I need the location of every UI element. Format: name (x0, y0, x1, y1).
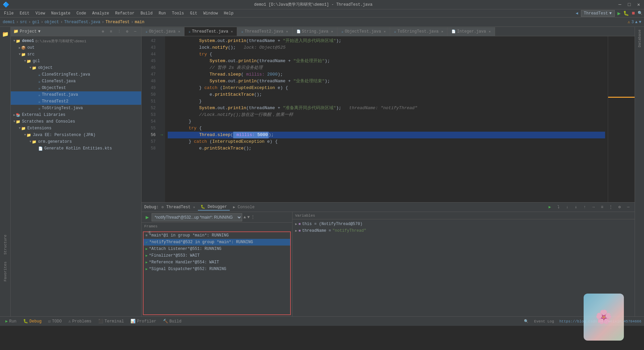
tab-objecttest-java[interactable]: ☕ ObjectTest.java ✕ (337, 27, 390, 36)
tree-item-jpa[interactable]: ▼ 📁 Java EE: Persistence (JPA) (11, 132, 141, 138)
tab-console[interactable]: ▶ Console (230, 204, 257, 210)
breadcrumb-src[interactable]: src (20, 20, 27, 25)
chevron-up-icon[interactable]: ▲ (635, 20, 638, 25)
back-icon[interactable]: ◀ (576, 11, 578, 16)
thread-main[interactable]: ≡ *main*@1 in group *main*: RUNNING (144, 232, 290, 239)
close-tab-icon[interactable]: ✕ (231, 30, 233, 34)
gear-icon[interactable]: ⚙ (124, 28, 130, 35)
force-step-into-btn[interactable]: ⇓ (572, 204, 580, 211)
breadcrumb-demo1[interactable]: demo1 (3, 20, 15, 25)
run-button[interactable]: ▶ Run (3, 318, 19, 324)
close-tab-icon[interactable]: ✕ (331, 30, 333, 34)
tab-string-java[interactable]: 📄 String.java ✕ (292, 27, 337, 36)
close-button[interactable]: ✕ (636, 2, 641, 7)
debug-run-config[interactable]: ThreadTest (166, 205, 191, 210)
thread-attach[interactable]: ▶ *Attach Listener*@551: RUNNING (144, 246, 290, 252)
tree-item-gcl[interactable]: ▼ 📁 gcl (11, 58, 141, 64)
evaluate-btn[interactable]: ≡ (598, 204, 606, 211)
tree-item-extensions[interactable]: ▼ 📁 Extensions (11, 125, 141, 132)
tab-threadtest2-java[interactable]: ☕ ThreadTest2.java ✕ (237, 27, 292, 36)
dropdown-icon[interactable]: ▼ (38, 29, 40, 34)
step-into-btn[interactable]: ↓ (564, 204, 571, 211)
tree-item-tostring-test[interactable]: ☕ ToStringTest.java (11, 105, 141, 112)
close-tab-icon[interactable]: ✕ (384, 30, 386, 34)
step-over-btn[interactable]: ⤵ (555, 204, 562, 211)
maximize-button[interactable]: □ (627, 2, 632, 7)
menu-edit[interactable]: Edit (17, 10, 32, 16)
expand-icon[interactable]: ▶ (295, 222, 297, 226)
close-debug-tab-icon[interactable]: ✕ (193, 205, 195, 209)
search-icon[interactable]: 🔍 (638, 11, 643, 16)
more-btn[interactable]: ⋮ (607, 204, 614, 211)
close-tab-icon[interactable]: ✕ (489, 30, 491, 34)
collapse-icon[interactable]: ⊕ (100, 28, 106, 35)
menu-analyze[interactable]: Analyze (90, 10, 112, 16)
close-panel-icon[interactable]: ─ (132, 28, 139, 35)
run-to-cursor-btn[interactable]: → (590, 204, 597, 211)
close-tab-icon[interactable]: ✕ (178, 30, 180, 34)
terminal-button[interactable]: ⬛ Terminal (96, 318, 127, 324)
debug-resume-small-btn[interactable]: ▶ (144, 214, 150, 220)
frames-nav-down-btn[interactable]: ▼ (247, 215, 250, 220)
breadcrumb-threadtest[interactable]: ThreadTest.java (64, 20, 100, 25)
stop-icon[interactable]: ■ (632, 10, 635, 16)
tree-item-src[interactable]: ▼ 📁 src (11, 51, 141, 58)
tree-item-scratches[interactable]: ▼ 📁 Scratches and Consoles (11, 118, 141, 125)
thread-signal[interactable]: ▶ *Signal Dispatcher*@552: RUNNING (144, 266, 290, 272)
tree-item-orm[interactable]: ▼ 📁 orm.generators (11, 138, 141, 145)
step-out-btn[interactable]: ↑ (581, 204, 588, 211)
tab-integer-java[interactable]: 📄 Integer.java ✕ (447, 27, 495, 36)
tab-threadtest-java[interactable]: ☕ ThreadTest.java ✕ (184, 27, 237, 36)
eye-icon[interactable]: 👁 (146, 229, 153, 236)
todo-button[interactable]: ☑ TODO (46, 318, 64, 324)
menu-refactor[interactable]: Refactor (112, 10, 137, 16)
right-tab-database[interactable]: Database (636, 27, 643, 50)
project-icon[interactable]: 📁 (1, 30, 10, 39)
breadcrumb-gcl[interactable]: gcl (32, 20, 40, 25)
tree-item-out[interactable]: ▶ 📦 out (11, 44, 141, 51)
favorites-icon[interactable]: Favorites (1, 267, 10, 276)
menu-build[interactable]: Build (138, 10, 155, 16)
tab-tostring-java[interactable]: ☕ ToStringTest.java ✕ (390, 27, 447, 36)
tree-item-object-test[interactable]: ☕ ObjectTest (11, 85, 141, 91)
tree-item-kotlin-kts[interactable]: 📄 Generate Kotlin Entities.kts (11, 145, 141, 152)
expand-icon[interactable]: ▶ (295, 229, 297, 233)
debug-run-icon[interactable]: ▶ (618, 10, 621, 17)
breadcrumb-class[interactable]: ThreadTest (106, 20, 130, 25)
tree-item-object[interactable]: ▼ 📁 object (11, 64, 141, 71)
menu-view[interactable]: View (33, 10, 48, 16)
tab-debugger[interactable]: 🐛 Debugger (198, 204, 230, 211)
resume-btn[interactable]: ▶ (546, 204, 553, 211)
menu-file[interactable]: File (1, 10, 16, 16)
menu-window[interactable]: Window (201, 10, 220, 16)
menu-help[interactable]: Help (221, 10, 236, 16)
problems-button[interactable]: ⚠ Problems (66, 318, 94, 324)
code-content[interactable]: System.out.println(threadName + "开始进入同步代… (165, 36, 608, 202)
debug-button[interactable]: 🐛 Debug (20, 318, 44, 324)
debug-icon[interactable]: 🐛 (623, 10, 629, 16)
tree-item-thread-test[interactable]: ☕ ThreadTest.java (11, 91, 141, 98)
menu-navigate[interactable]: Navigate (48, 10, 73, 16)
run-config-selector[interactable]: ThreadTest ▼ (581, 10, 615, 17)
var-threadname[interactable]: ▶ ■ threadName = "notifyThread" (292, 227, 635, 234)
menu-run[interactable]: Run (156, 10, 169, 16)
close-tab-icon[interactable]: ✕ (286, 30, 288, 34)
profiler-button[interactable]: 📊 Profiler (128, 318, 159, 324)
tree-item-demo1[interactable]: ▼ 📁 demo1 D:\Java类学习和研究\demo1 (11, 38, 141, 44)
tree-item-clone-string-test[interactable]: ☕ CloneStringTest.java (11, 71, 141, 78)
breadcrumb-object[interactable]: object (45, 20, 59, 25)
tree-item-external-libs[interactable]: ▶ 📚 External Libraries (11, 112, 141, 118)
tab-object-java[interactable]: ☕ Object.java ✕ (142, 27, 184, 36)
frames-filter-btn[interactable]: ⋮ (251, 215, 255, 220)
settings-btn[interactable]: ⚙ (616, 204, 623, 211)
thread-finalizer[interactable]: ▶ *Finalizer*@553: WAIT (144, 252, 290, 259)
thread-dropdown[interactable]: *notifyThread*@532...up *main*: RUNNING (152, 213, 242, 221)
minimize-debug-btn[interactable]: ─ (625, 204, 632, 211)
tree-item-clone-test[interactable]: ☕ CloneTest.java (11, 78, 141, 85)
frames-nav-up-btn[interactable]: ▲ (244, 215, 246, 220)
thread-ref-handler[interactable]: ▶ *Reference Handler*@554: WAIT (144, 259, 290, 266)
tree-item-thread-test2[interactable]: ☕ ThreadTest2 (11, 98, 141, 105)
thread-notify[interactable]: ✓ *notifyThread*@532 in group *main*: RU… (144, 239, 290, 246)
var-this[interactable]: ▶ ■ this = (NotifyThread@570) (292, 221, 635, 227)
close-tab-icon[interactable]: ✕ (441, 30, 443, 34)
